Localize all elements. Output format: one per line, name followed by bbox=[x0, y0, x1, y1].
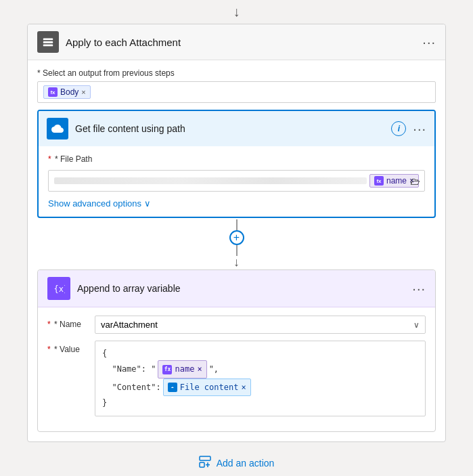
add-action-button[interactable]: Add an action bbox=[199, 456, 275, 471]
middle-connector: + ↓ bbox=[37, 218, 436, 269]
info-icon[interactable]: i bbox=[391, 121, 406, 136]
value-line-open: { bbox=[102, 347, 418, 360]
value-row: * * Value { "Name": " bbox=[47, 341, 426, 416]
svg-rect-4 bbox=[200, 456, 210, 460]
chevron-down-icon: ∨ bbox=[144, 198, 151, 209]
get-file-card-body: * * File Path fx name × 🗁 bbox=[39, 146, 434, 217]
svg-rect-0 bbox=[43, 39, 53, 41]
connector-line-top bbox=[236, 219, 238, 230]
name-value-token[interactable]: fx name × bbox=[158, 360, 206, 378]
name-value-token-icon: fx bbox=[162, 365, 172, 374]
body-token-close[interactable]: × bbox=[81, 88, 85, 96]
file-path-input[interactable]: fx name × 🗁 bbox=[48, 170, 425, 192]
svg-text:{x}: {x} bbox=[54, 284, 66, 294]
body-token-text: Body bbox=[60, 87, 78, 97]
append-dots-menu[interactable]: ··· bbox=[412, 281, 426, 297]
svg-rect-5 bbox=[200, 462, 204, 467]
select-output-label: * Select an output from previous steps bbox=[37, 68, 436, 78]
get-file-dots-menu[interactable]: ··· bbox=[413, 121, 426, 137]
get-file-card-header: Get file content using path i ··· bbox=[39, 111, 434, 146]
name-field-content: varAttachment ∨ bbox=[95, 316, 426, 334]
value-line-name: "Name": " fx name × ", bbox=[102, 360, 418, 378]
variable-icon: {x} bbox=[53, 282, 65, 295]
add-action-svg-icon bbox=[199, 456, 211, 468]
name-value-token-close[interactable]: × bbox=[197, 362, 202, 376]
top-connector: ↓ bbox=[27, 0, 446, 24]
loop-icon bbox=[42, 36, 54, 48]
name-value-token-text: name bbox=[175, 362, 194, 376]
name-token-icon: fx bbox=[374, 176, 384, 186]
file-content-token-icon: ☁ bbox=[168, 383, 177, 392]
apply-each-icon bbox=[37, 31, 59, 53]
value-line-content: "Content": ☁ File content × bbox=[102, 378, 418, 396]
apply-each-dots-menu[interactable]: ··· bbox=[422, 35, 436, 50]
file-content-token-close[interactable]: × bbox=[241, 381, 246, 394]
add-between-button[interactable]: + bbox=[229, 230, 244, 245]
apply-each-body: * Select an output from previous steps f… bbox=[28, 60, 445, 441]
body-token-chip[interactable]: fx Body × bbox=[43, 85, 91, 99]
file-content-token[interactable]: ☁ File content × bbox=[163, 378, 251, 396]
arrow-down-icon: ↓ bbox=[233, 4, 240, 20]
value-block[interactable]: { "Name": " fx name × ", bbox=[95, 341, 426, 416]
get-file-card: Get file content using path i ··· * * Fi… bbox=[37, 110, 436, 218]
name-row: * * Name varAttachment ∨ bbox=[47, 316, 426, 334]
svg-rect-2 bbox=[43, 45, 53, 47]
value-line-close: } bbox=[102, 396, 418, 410]
get-file-card-actions: i ··· bbox=[391, 121, 426, 137]
file-path-field: * * File Path fx name × 🗁 bbox=[48, 154, 425, 192]
folder-icon[interactable]: 🗁 bbox=[410, 175, 420, 187]
append-card-body: * * Name varAttachment ∨ bbox=[38, 307, 435, 431]
apply-each-header: Apply to each Attachment ··· bbox=[28, 24, 445, 60]
file-content-token-text: File content bbox=[180, 381, 239, 394]
name-field-label: * * Name bbox=[47, 316, 88, 329]
file-path-label: * * File Path bbox=[48, 154, 425, 164]
value-field-content: { "Name": " fx name × ", bbox=[95, 341, 426, 416]
add-action-label: Add an action bbox=[217, 458, 275, 469]
show-advanced-options[interactable]: Show advanced options ∨ bbox=[48, 198, 425, 209]
file-path-blurred-value bbox=[54, 177, 367, 184]
body-token-input[interactable]: fx Body × bbox=[37, 81, 436, 103]
name-select-value: varAttachment bbox=[101, 320, 158, 330]
append-icon: {x} bbox=[47, 277, 70, 300]
value-field-label: * * Value bbox=[47, 341, 88, 354]
append-array-card: {x} Append to array variable ··· * * Nam… bbox=[37, 269, 436, 432]
add-action-icon bbox=[199, 456, 211, 471]
connector-arrow-icon: ↓ bbox=[233, 256, 240, 268]
get-file-card-title: Get file content using path bbox=[75, 123, 391, 134]
add-action-section: Add an action bbox=[27, 442, 446, 476]
append-card-title: Append to array variable bbox=[77, 283, 412, 294]
select-chevron-icon: ∨ bbox=[413, 320, 420, 330]
apply-each-card: Apply to each Attachment ··· * Select an… bbox=[27, 24, 446, 442]
name-token-text: name bbox=[386, 176, 407, 186]
apply-each-title: Apply to each Attachment bbox=[66, 37, 422, 48]
cloud-icon bbox=[51, 123, 64, 135]
svg-rect-1 bbox=[43, 41, 53, 43]
body-token-icon: fx bbox=[48, 87, 58, 97]
connector-line-bottom bbox=[236, 245, 238, 256]
name-select[interactable]: varAttachment ∨ bbox=[95, 316, 426, 334]
append-card-header: {x} Append to array variable ··· bbox=[38, 270, 435, 307]
get-file-icon bbox=[47, 118, 68, 139]
show-advanced-label: Show advanced options bbox=[48, 198, 141, 209]
